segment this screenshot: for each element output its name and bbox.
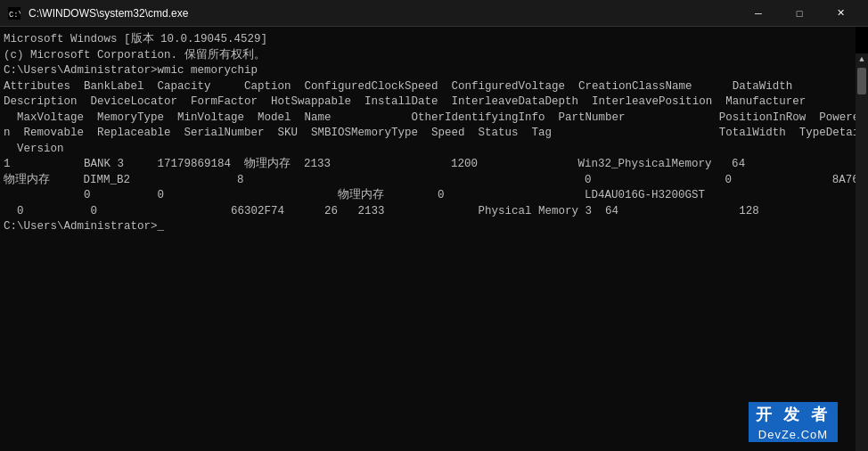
console-line-13: 0 0 66302F74 26 2133 Physical Memory 3 6… [4, 204, 852, 220]
console-line-7: MaxVoltage MemoryType MinVoltage Model N… [4, 111, 852, 127]
console-line-6: Description DeviceLocator FormFactor Hot… [4, 94, 852, 111]
watermark: 开 发 者 DevZe.CoM [749, 402, 838, 442]
console-line-16: C:\Users\Administrator>_ [4, 219, 852, 235]
cmd-icon: C:\ [7, 6, 21, 20]
console-line-10: 1 BANK 3 17179869184 物理内存 2133 1200 Win3… [4, 157, 852, 173]
title-bar-left: C:\ C:\WINDOWS\system32\cmd.exe [7, 6, 188, 20]
console-line-4: C:\Users\Administrator>wmic memorychip [4, 63, 852, 79]
console-line-12: 0 0 物理内存 0 LD4AU016G-H3200GST [4, 188, 852, 204]
console-line-2: (c) Microsoft Corporation. 保留所有权利。 [4, 48, 852, 64]
console-line-5: Attributes BankLabel Capacity Caption Co… [4, 79, 852, 95]
watermark-bottom-text: DevZe.CoM [749, 427, 838, 442]
watermark-top-text: 开 发 者 [749, 402, 838, 427]
scroll-up-arrow[interactable]: ▲ [856, 53, 868, 66]
console-line-11: 物理内存 DIMM_B2 8 0 0 8A76 [4, 173, 852, 189]
console-area[interactable]: Microsoft Windows [版本 10.0.19045.4529] (… [0, 27, 856, 451]
console-line-9: Version [4, 142, 852, 158]
console-line-8: n Removable Replaceable SerialNumber SKU… [4, 126, 852, 142]
scroll-thumb[interactable] [857, 68, 866, 94]
minimize-button[interactable]: ─ [738, 0, 779, 27]
svg-text:C:\: C:\ [9, 10, 20, 19]
scrollbar[interactable]: ▲ ▼ [856, 53, 868, 451]
close-button[interactable]: ✕ [820, 0, 861, 27]
title-bar-controls: ─ □ ✕ [738, 0, 861, 27]
maximize-button[interactable]: □ [779, 0, 820, 27]
console-line-1: Microsoft Windows [版本 10.0.19045.4529] [4, 32, 852, 48]
window-title: C:\WINDOWS\system32\cmd.exe [29, 7, 188, 20]
title-bar: C:\ C:\WINDOWS\system32\cmd.exe ─ □ ✕ [0, 0, 868, 27]
